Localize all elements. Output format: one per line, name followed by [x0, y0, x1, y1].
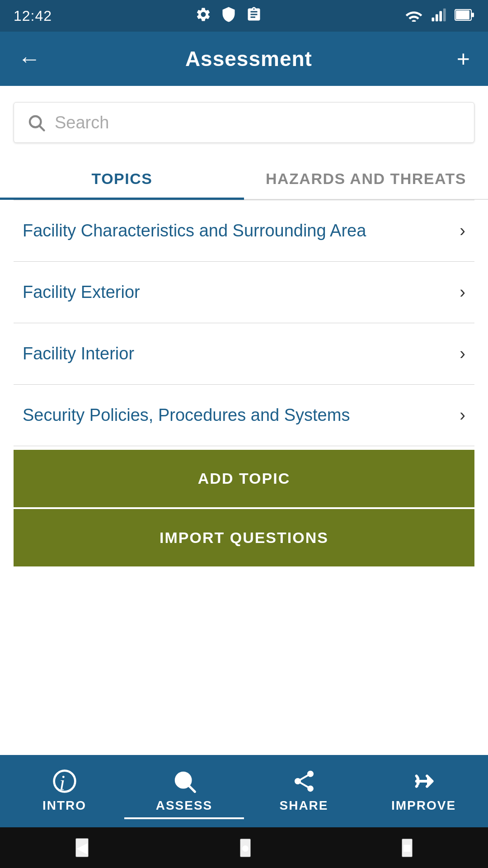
topic-label-3: Facility Interior: [23, 344, 460, 363]
status-center-icons: [195, 6, 262, 26]
system-recent-button[interactable]: ■: [402, 839, 412, 857]
page-title: Assessment: [185, 47, 312, 71]
svg-rect-2: [439, 11, 442, 22]
nav-label-intro: INTRO: [42, 798, 86, 813]
nav-item-share[interactable]: SHARE: [244, 763, 364, 819]
action-buttons: ADD TOPIC IMPORT QUESTIONS: [14, 450, 474, 566]
topic-item-4[interactable]: Security Policies, Procedures and System…: [14, 385, 474, 446]
topic-item-2[interactable]: Facility Exterior ›: [14, 262, 474, 323]
system-home-button[interactable]: ●: [240, 839, 250, 857]
battery-icon: [455, 9, 474, 23]
search-input[interactable]: [55, 113, 461, 132]
nav-label-share: SHARE: [279, 798, 328, 813]
topic-item-1[interactable]: Facility Characteristics and Surrounding…: [14, 200, 474, 262]
assess-icon: [171, 768, 198, 795]
nav-label-assess: ASSESS: [156, 798, 213, 813]
tab-topics[interactable]: TOPICS: [0, 156, 244, 200]
svg-rect-1: [436, 14, 438, 22]
shield-icon: [221, 6, 237, 26]
tab-hazards[interactable]: HAZARDS AND THREATS: [244, 156, 488, 200]
nav-item-assess[interactable]: ASSESS: [124, 763, 244, 819]
chevron-right-icon-4: ›: [460, 406, 465, 425]
chevron-right-icon-2: ›: [460, 283, 465, 302]
nav-label-improve: IMPROVE: [391, 798, 456, 813]
nav-item-intro[interactable]: i INTRO: [5, 763, 124, 819]
svg-line-12: [189, 786, 195, 792]
intro-icon: i: [51, 768, 78, 795]
import-questions-button[interactable]: IMPORT QUESTIONS: [14, 509, 474, 566]
topic-label-4: Security Policies, Procedures and System…: [23, 406, 460, 425]
status-bar: 12:42: [0, 0, 488, 32]
app-bar: ← Assessment +: [0, 32, 488, 86]
chevron-right-icon-3: ›: [460, 344, 465, 363]
svg-rect-3: [443, 9, 446, 21]
topic-label-1: Facility Characteristics and Surrounding…: [23, 221, 460, 241]
add-button[interactable]: +: [457, 47, 470, 70]
topic-item-3[interactable]: Facility Interior ›: [14, 323, 474, 385]
status-time: 12:42: [14, 8, 52, 24]
tab-bar: TOPICS HAZARDS AND THREATS: [0, 156, 488, 200]
svg-rect-0: [432, 18, 434, 22]
system-nav: ◀ ● ■: [0, 827, 488, 868]
add-topic-button[interactable]: ADD TOPIC: [14, 450, 474, 507]
clipboard-icon: [246, 6, 262, 26]
signal-icon: [431, 7, 446, 24]
improve-icon: [410, 768, 437, 795]
search-icon: [27, 113, 46, 132]
svg-rect-6: [472, 13, 474, 17]
bottom-nav: i INTRO ASSESS SHARE: [0, 755, 488, 827]
topic-list: Facility Characteristics and Surrounding…: [14, 200, 474, 446]
svg-line-8: [40, 126, 44, 131]
status-right-icons: [405, 7, 474, 24]
svg-rect-5: [456, 10, 469, 19]
nav-item-improve[interactable]: IMPROVE: [364, 763, 483, 819]
wifi-icon: [405, 8, 423, 24]
share-icon: [291, 768, 318, 795]
topic-label-2: Facility Exterior: [23, 283, 460, 302]
system-back-button[interactable]: ◀: [75, 838, 89, 857]
gear-icon: [195, 6, 211, 26]
back-button[interactable]: ←: [18, 47, 41, 70]
search-container: [14, 102, 474, 143]
chevron-right-icon-1: ›: [460, 221, 465, 241]
